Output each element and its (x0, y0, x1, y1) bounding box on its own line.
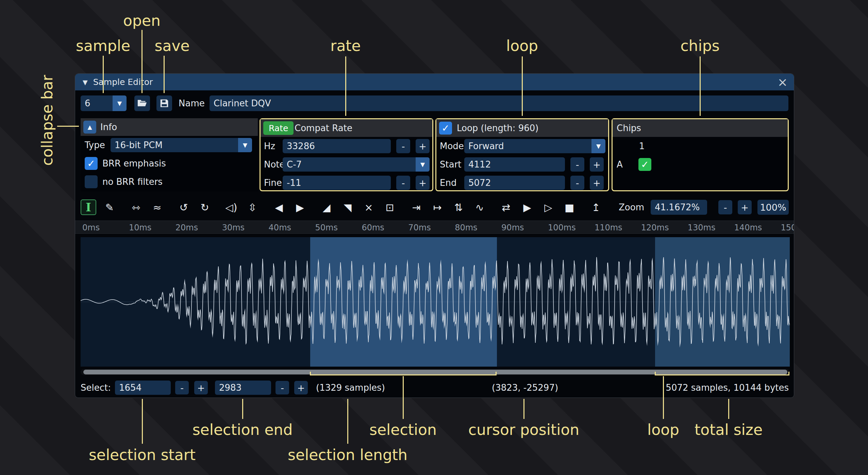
note-label: Note (264, 157, 285, 172)
apply-silence-icon[interactable]: ↦ (430, 199, 445, 215)
rate-badge[interactable]: Rate (263, 121, 294, 135)
annotation-line-selection-end (242, 399, 243, 419)
chevron-up-icon: ▲ (87, 124, 92, 130)
timeline-label: 110ms (595, 223, 622, 232)
selection-end-input[interactable]: 2983 (215, 381, 271, 395)
dropdown-arrow-icon[interactable]: ▼ (113, 95, 127, 111)
total-size-text: 5072 samples, 10144 bytes (666, 380, 789, 395)
chip-enable-checkbox[interactable]: ✓ (638, 158, 651, 171)
filter-icon[interactable]: ∿ (472, 199, 487, 215)
hz-input[interactable]: 33286 (283, 139, 391, 153)
annotation-line-rate (345, 56, 346, 116)
normalize-icon[interactable]: ⇳ (245, 199, 260, 215)
loop-panel-header: ✓ Loop (length: 960) (436, 119, 608, 137)
timeline-ruler[interactable]: 0ms10ms20ms30ms40ms50ms60ms70ms80ms90ms1… (75, 221, 794, 234)
info-panel-header: ▲ Info (81, 118, 258, 136)
loop-start-increment-button[interactable]: + (590, 157, 604, 172)
loop-end-input[interactable]: 5072 (464, 176, 565, 190)
no-brr-filters-checkbox[interactable] (85, 175, 98, 188)
selection-end-increment-button[interactable]: + (294, 381, 308, 394)
redo-icon[interactable]: ↻ (197, 199, 213, 215)
loop-mode-combo[interactable]: Forward ▼ (464, 139, 605, 153)
close-icon[interactable]: × (778, 74, 788, 90)
amplify-icon[interactable]: ◁) (223, 199, 239, 215)
dropdown-arrow-icon[interactable]: ▼ (591, 139, 605, 153)
fine-increment-button[interactable]: + (416, 176, 430, 190)
zoom-out-button[interactable]: - (718, 200, 732, 214)
zoom-in-button[interactable]: + (738, 200, 752, 214)
sample-name-input[interactable]: Clarinet DQV (210, 95, 788, 111)
chips-panel-header: Chips (613, 119, 788, 137)
zoom-input[interactable]: 41.1672% (651, 200, 707, 215)
no-brr-filters-label: no BRR filters (102, 175, 163, 189)
window-collapse-icon[interactable]: ▼ (83, 78, 88, 86)
selection-bracket (310, 372, 497, 375)
timeline-label: 0ms (82, 223, 100, 232)
loop-checkbox[interactable]: ✓ (439, 122, 452, 135)
undo-icon[interactable]: ↺ (176, 199, 191, 215)
rate-panel: Rate Compat Rate Hz 33286 - + Note C-7 ▼… (260, 118, 433, 191)
fine-label: Fine (264, 176, 282, 190)
dropdown-arrow-icon[interactable]: ▼ (416, 157, 430, 172)
save-button[interactable] (156, 95, 172, 111)
brr-emphasis-label: BRR emphasis (102, 156, 166, 171)
timeline-label: 150ms (781, 223, 794, 232)
annotation-line-selection-length (347, 399, 348, 444)
import-icon[interactable]: ↥ (588, 199, 604, 215)
zoom-reset-button[interactable]: 100% (757, 200, 789, 215)
fine-decrement-button[interactable]: - (396, 176, 410, 190)
loop-start-label: Start (440, 157, 462, 172)
resize-icon[interactable]: ⇿ (128, 199, 144, 215)
stop-icon[interactable]: ■ (562, 199, 577, 215)
preview-loop-icon[interactable]: ▷ (540, 199, 556, 215)
resample-icon[interactable]: ≈ (149, 199, 165, 215)
fade-in-icon[interactable]: ◢ (319, 199, 334, 215)
timeline-label: 10ms (129, 223, 151, 232)
hz-increment-button[interactable]: + (416, 139, 430, 153)
selection-start-decrement-button[interactable]: - (175, 381, 189, 394)
forward-icon[interactable]: ▶ (292, 199, 308, 215)
annotation-line-chips (700, 56, 701, 116)
selection-end-decrement-button[interactable]: - (276, 381, 289, 394)
note-combo[interactable]: C-7 ▼ (283, 157, 430, 172)
selection-length-text: (1329 samples) (316, 380, 385, 395)
loop-end-increment-button[interactable]: + (590, 176, 604, 190)
reverse-icon[interactable]: ◀ (271, 199, 287, 215)
brr-emphasis-checkbox[interactable]: ✓ (85, 157, 98, 170)
annotation-sample: sample (76, 37, 130, 54)
timeline-label: 80ms (455, 223, 477, 232)
annotation-line-loop (522, 56, 523, 116)
status-row: Select: 1654 - + 2983 - + (1329 samples)… (75, 380, 794, 395)
title-bar[interactable]: ▼ Sample Editor × (75, 74, 794, 90)
fine-input[interactable]: -11 (283, 176, 391, 190)
delete-icon[interactable]: × (361, 199, 377, 215)
invert-icon[interactable]: ⇅ (451, 199, 466, 215)
loop-start-decrement-button[interactable]: - (570, 157, 584, 172)
collapse-bar-button[interactable]: ▲ (83, 121, 96, 134)
fade-out-icon[interactable]: ◥ (340, 199, 355, 215)
annotation-open: open (123, 12, 161, 29)
chips-panel: Chips 1 A ✓ (612, 118, 789, 191)
annotation-line-total-size (728, 399, 729, 419)
open-button[interactable] (134, 95, 150, 111)
selection-start-input[interactable]: 1654 (115, 381, 171, 395)
preview-icon[interactable]: ▶ (519, 199, 535, 215)
select-label: Select: (81, 380, 111, 395)
exchange-sign-icon[interactable]: ⇄ (498, 199, 514, 215)
type-label: Type (85, 138, 105, 152)
hz-decrement-button[interactable]: - (396, 139, 410, 153)
loop-start-input[interactable]: 4112 (464, 157, 565, 172)
waveform-display[interactable] (81, 237, 790, 367)
select-mode-icon[interactable]: I (81, 199, 96, 215)
insert-silence-icon[interactable]: ⇥ (408, 199, 424, 215)
type-combo[interactable]: 16-bit PCM ▼ (111, 138, 252, 152)
loop-end-decrement-button[interactable]: - (570, 176, 584, 190)
selection-start-increment-button[interactable]: + (194, 381, 208, 394)
chips-row-label: A (617, 157, 623, 172)
dropdown-arrow-icon[interactable]: ▼ (238, 138, 252, 152)
timeline-label: 140ms (734, 223, 762, 232)
draw-mode-icon[interactable]: ✎ (102, 199, 117, 215)
trim-icon[interactable]: ⊡ (382, 199, 398, 215)
sample-number-combo[interactable]: 6 ▼ (81, 95, 127, 111)
annotation-loop: loop (506, 37, 538, 54)
